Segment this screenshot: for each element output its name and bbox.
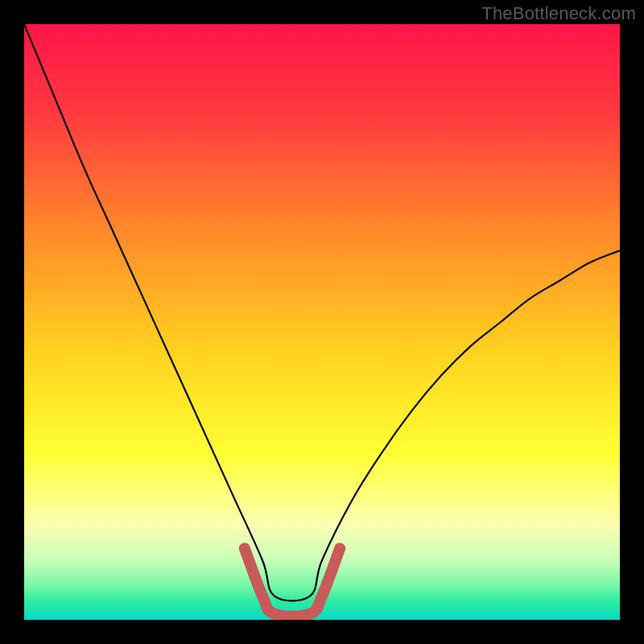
chart-frame: TheBottleneck.com xyxy=(0,0,644,644)
plot-area xyxy=(24,24,620,620)
gradient-background xyxy=(24,24,620,620)
watermark-text: TheBottleneck.com xyxy=(481,3,636,24)
svg-rect-0 xyxy=(24,24,620,620)
